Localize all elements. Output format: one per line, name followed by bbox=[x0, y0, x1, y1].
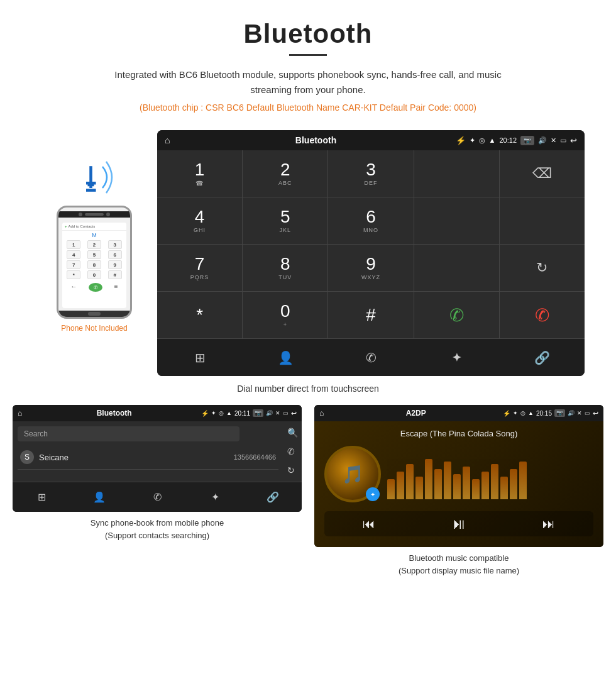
play-pause-button[interactable]: ⏯ bbox=[451, 515, 466, 533]
key-1-num: 1 bbox=[195, 161, 205, 179]
screen-title-pb: Bluetooth bbox=[27, 409, 201, 418]
bluetooth-wave-icon: ⭳ bbox=[66, 149, 123, 206]
prev-button[interactable]: ⏮ bbox=[363, 517, 375, 531]
key-2[interactable]: 2 ABC bbox=[243, 150, 328, 197]
key-9[interactable]: 9 WXYZ bbox=[328, 245, 414, 291]
nav-phone-pb[interactable]: ✆ bbox=[128, 482, 186, 512]
phone-area: ⭳ + Add to Contacts M bbox=[31, 130, 157, 333]
call-button[interactable]: ✆ bbox=[414, 292, 500, 338]
key-0-sub: + bbox=[283, 321, 287, 328]
key-7-sub: PQRS bbox=[190, 274, 209, 280]
vol-ms[interactable]: 🔊 bbox=[568, 410, 575, 416]
phone-icon: ✆ bbox=[366, 350, 377, 365]
home-icon-ms[interactable]: ⌂ bbox=[319, 409, 324, 418]
key-0[interactable]: 0 + bbox=[243, 292, 328, 338]
key-hash-num: # bbox=[366, 306, 376, 324]
status-bar-right: ✦ ◎ ▲ 20:12 📷 🔊 ✕ ▭ ↩ bbox=[470, 136, 577, 145]
nav-grid-pb[interactable]: ⊞ bbox=[13, 482, 70, 512]
key-3[interactable]: 3 DEF bbox=[328, 150, 414, 197]
key-5[interactable]: 5 JKL bbox=[243, 197, 328, 244]
phone-key-1[interactable]: 1 bbox=[67, 240, 80, 249]
phone-key-4[interactable]: 4 bbox=[67, 250, 80, 259]
win-pb[interactable]: ▭ bbox=[283, 410, 289, 416]
phone-key-hash[interactable]: # bbox=[108, 270, 122, 279]
nav-phone[interactable]: ✆ bbox=[328, 339, 414, 376]
camera-ms[interactable]: 📷 bbox=[554, 409, 565, 417]
music-caption-line1: Bluetooth music compatible bbox=[409, 553, 509, 563]
key-2-sub: ABC bbox=[278, 180, 292, 186]
phone-key-7[interactable]: 7 bbox=[67, 260, 80, 269]
key-3-num: 3 bbox=[366, 161, 376, 179]
search-placeholder: Search bbox=[24, 429, 48, 438]
close-pb[interactable]: ✕ bbox=[275, 410, 280, 416]
eq-bar-6 bbox=[434, 469, 442, 499]
nav-bt-pb[interactable]: ✦ bbox=[186, 482, 244, 512]
nav-link-pb[interactable]: 🔗 bbox=[244, 482, 302, 512]
key-hash[interactable]: # bbox=[328, 292, 414, 338]
search-icon-side[interactable]: 🔍 bbox=[287, 428, 298, 438]
nav-grid[interactable]: ⊞ bbox=[157, 339, 243, 376]
camera-icon[interactable]: 📷 bbox=[520, 136, 534, 145]
key-8[interactable]: 8 TUV bbox=[243, 245, 328, 291]
phone-key-8[interactable]: 8 bbox=[87, 260, 101, 269]
search-bar[interactable]: Search bbox=[18, 426, 239, 441]
reload-icon-side[interactable]: ↻ bbox=[287, 465, 298, 475]
home-icon[interactable]: ⌂ bbox=[165, 135, 170, 145]
win-ms[interactable]: ▭ bbox=[585, 410, 590, 416]
add-contact-icon: + bbox=[65, 224, 67, 228]
dialpad-row-1: 1 ☎ 2 ABC 3 DEF ⌫ bbox=[157, 150, 585, 197]
sig-icon-pb: ▲ bbox=[226, 410, 232, 416]
next-button[interactable]: ⏭ bbox=[542, 517, 555, 531]
phonebook-caption-line1: Sync phone-book from mobile phone bbox=[91, 518, 224, 528]
key-1[interactable]: 1 ☎ bbox=[157, 150, 243, 197]
key-star[interactable]: * bbox=[157, 292, 243, 338]
phone-key-star[interactable]: * bbox=[67, 270, 80, 279]
phonebook-body: Search S Seicane 13566664466 🔍 ✆ ↻ bbox=[13, 421, 302, 482]
home-icon-pb[interactable]: ⌂ bbox=[18, 409, 22, 418]
nav-bluetooth[interactable]: ✦ bbox=[414, 339, 499, 376]
key-6-num: 6 bbox=[366, 208, 376, 226]
dialpad: 1 ☎ 2 ABC 3 DEF ⌫ 4 bbox=[157, 150, 585, 338]
phonebook-caption: Sync phone-book from mobile phone (Suppo… bbox=[91, 517, 224, 541]
nav-link[interactable]: 🔗 bbox=[499, 339, 585, 376]
key-empty-1 bbox=[414, 150, 500, 197]
vol-pb[interactable]: 🔊 bbox=[266, 410, 273, 416]
hmi-big-caption: Dial number direct from touchscreen bbox=[0, 384, 616, 394]
phone-not-included-label: Phone Not Included bbox=[61, 324, 127, 333]
back-ms[interactable]: ↩ bbox=[593, 409, 598, 418]
back-pb[interactable]: ↩ bbox=[291, 409, 297, 418]
key-4-sub: GHI bbox=[194, 227, 206, 233]
eq-bar-9 bbox=[463, 467, 470, 499]
key-1-sub: ☎ bbox=[195, 180, 204, 187]
phone-call-button[interactable]: ✆ bbox=[89, 283, 102, 292]
phone-key-6[interactable]: 6 bbox=[108, 250, 122, 259]
loc-icon-ms: ◎ bbox=[520, 410, 525, 416]
close-ms[interactable]: ✕ bbox=[577, 410, 582, 416]
backspace-key[interactable]: ⌫ bbox=[500, 150, 585, 197]
music-caption: Bluetooth music compatible (Support disp… bbox=[399, 552, 519, 577]
key-4[interactable]: 4 GHI bbox=[157, 197, 243, 244]
volume-icon[interactable]: 🔊 bbox=[538, 136, 547, 145]
phone-key-5[interactable]: 5 bbox=[87, 250, 101, 259]
phone-key-9[interactable]: 9 bbox=[108, 260, 122, 269]
window-icon[interactable]: ▭ bbox=[560, 136, 566, 145]
call-icon-side[interactable]: ✆ bbox=[287, 446, 298, 456]
back-icon[interactable]: ↩ bbox=[570, 136, 577, 145]
phone-key-3[interactable]: 3 bbox=[108, 240, 122, 249]
eq-bar-1 bbox=[387, 479, 395, 499]
key-7[interactable]: 7 PQRS bbox=[157, 245, 243, 291]
close-icon[interactable]: ✕ bbox=[551, 136, 556, 145]
nav-contacts[interactable]: 👤 bbox=[243, 339, 328, 376]
reload-key[interactable]: ↻ bbox=[500, 245, 585, 291]
phone-key-0[interactable]: 0 bbox=[87, 270, 101, 279]
bluetooth-icon: ✦ bbox=[452, 351, 461, 365]
end-call-button[interactable]: ✆ bbox=[500, 292, 585, 338]
phone-screen: + Add to Contacts M 1 2 3 4 5 6 bbox=[62, 223, 126, 308]
key-8-sub: TUV bbox=[278, 274, 292, 280]
time-ms: 20:15 bbox=[536, 410, 552, 417]
nav-person-pb[interactable]: 👤 bbox=[70, 482, 128, 512]
camera-pb[interactable]: 📷 bbox=[253, 409, 263, 417]
phone-key-2[interactable]: 2 bbox=[87, 240, 101, 249]
hmi-screen-big: ⌂ Bluetooth ⚡ ✦ ◎ ▲ 20:12 📷 🔊 ✕ ▭ ↩ 1 ☎ bbox=[157, 130, 585, 376]
key-6[interactable]: 6 MNO bbox=[328, 197, 414, 244]
